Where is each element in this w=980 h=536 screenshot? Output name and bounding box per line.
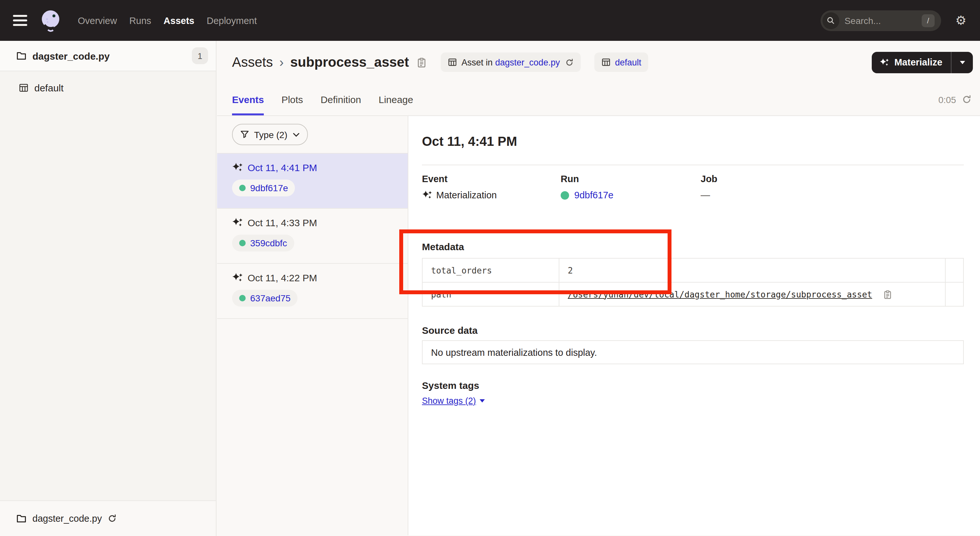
run-id-link[interactable]: 9dbf617e xyxy=(574,190,614,200)
sidebar-item-code-location[interactable]: dagster_code.py 1 xyxy=(0,41,216,71)
code-location-link[interactable]: dagster_code.py xyxy=(495,57,560,67)
settings-gear-icon[interactable]: ⚙ xyxy=(955,14,966,27)
tab-plots[interactable]: Plots xyxy=(281,84,303,115)
materialization-sparkle-icon xyxy=(232,162,243,173)
run-id-pill[interactable]: 9dbf617e xyxy=(232,180,295,196)
source-data-empty-box: No upstream materializations to display. xyxy=(422,340,964,364)
asset-group-icon xyxy=(19,83,29,92)
group-link[interactable]: default xyxy=(615,57,641,67)
event-timestamp: Oct 11, 4:41 PM xyxy=(248,162,317,173)
primary-nav: Overview Runs Assets Deployment xyxy=(78,15,269,25)
nav-deployment[interactable]: Deployment xyxy=(207,15,257,25)
caret-down-icon xyxy=(959,60,965,64)
run-status-dot xyxy=(239,295,246,301)
funnel-icon xyxy=(240,130,249,139)
run-column-label: Run xyxy=(561,174,701,184)
dagster-logo[interactable] xyxy=(39,8,62,33)
search-icon xyxy=(822,12,839,29)
nav-overview[interactable]: Overview xyxy=(78,15,117,25)
event-list-item[interactable]: Oct 11, 4:22 PM 637aed75 xyxy=(217,264,408,319)
divider xyxy=(422,165,964,165)
main-panel: Assets › subprocess_asset Asset in xyxy=(217,41,980,536)
chevron-down-icon xyxy=(293,132,300,137)
asset-group-badge[interactable]: default xyxy=(594,52,649,72)
events-content: Type (2) xyxy=(217,116,980,535)
event-detail-heading: Oct 11, 4:41 PM xyxy=(422,132,964,150)
sidebar-footer-code-location[interactable]: dagster_code.py xyxy=(0,500,216,536)
nav-assets[interactable]: Assets xyxy=(164,15,194,25)
materialize-split-button: Materialize xyxy=(872,51,973,73)
top-nav-bar: Overview Runs Assets Deployment / ⚙ xyxy=(0,0,980,41)
run-id-link[interactable]: 359cdbfc xyxy=(250,238,287,248)
event-list-item[interactable]: Oct 11, 4:33 PM 359cdbfc xyxy=(217,209,408,264)
filter-zone: Type (2) xyxy=(217,116,408,154)
materialize-options-button[interactable] xyxy=(951,51,973,73)
tab-events[interactable]: Events xyxy=(232,84,264,115)
sidebar-file-label: dagster_code.py xyxy=(32,50,110,61)
event-detail-panel: Oct 11, 4:41 PM Event xyxy=(408,116,980,535)
job-column-label: Job xyxy=(701,174,964,184)
show-tags-toggle[interactable]: Show tags (2) xyxy=(422,396,964,406)
source-data-heading: Source data xyxy=(422,325,964,336)
event-list: Type (2) xyxy=(217,116,408,535)
asset-location-badge[interactable]: Asset in dagster_code.py xyxy=(441,52,581,72)
asset-in-prefix: Asset in xyxy=(461,57,493,67)
breadcrumb: Assets › subprocess_asset Asset in xyxy=(217,41,980,84)
materialize-button[interactable]: Materialize xyxy=(872,51,951,73)
tab-lineage[interactable]: Lineage xyxy=(379,84,413,115)
asset-sidebar: dagster_code.py 1 default dagster_code.p… xyxy=(0,41,216,536)
job-value: — xyxy=(701,190,964,200)
metadata-value: /Users/yuhan/dev/local/dagster_home/stor… xyxy=(559,282,945,306)
app-window: Overview Runs Assets Deployment / ⚙ xyxy=(0,0,980,536)
metadata-heading: Metadata xyxy=(422,241,964,253)
reload-location-icon[interactable] xyxy=(108,514,117,523)
asset-tabs: Events Plots Definition Lineage 0:05 xyxy=(217,84,980,116)
metadata-table: total_orders 2 path /Users/yuhan/dev/loc… xyxy=(422,258,964,307)
event-type-value: Materialization xyxy=(436,190,497,200)
sidebar-item-default-group[interactable]: default xyxy=(0,77,216,98)
type-filter-button[interactable]: Type (2) xyxy=(232,124,308,145)
hamburger-menu-icon[interactable] xyxy=(13,15,27,26)
folder-icon xyxy=(16,513,27,524)
asset-count-badge: 1 xyxy=(192,47,208,64)
metadata-key: path xyxy=(422,282,559,306)
path-link[interactable]: /Users/yuhan/dev/local/dagster_home/stor… xyxy=(568,289,872,299)
event-column-label: Event xyxy=(422,174,561,184)
materialize-label: Materialize xyxy=(894,57,942,67)
system-tags-heading: System tags xyxy=(422,380,964,391)
source-data-empty-message: No upstream materializations to display. xyxy=(431,347,597,358)
sidebar-group-label: default xyxy=(34,82,64,93)
run-id-pill[interactable]: 359cdbfc xyxy=(232,235,294,251)
metadata-extra-cell xyxy=(945,258,964,282)
copy-asset-name-icon[interactable] xyxy=(416,57,427,68)
sidebar-footer-label: dagster_code.py xyxy=(32,513,102,524)
event-list-item[interactable]: Oct 11, 4:41 PM 9dbf617e xyxy=(217,154,408,209)
tab-definition[interactable]: Definition xyxy=(320,84,361,115)
global-search[interactable]: / xyxy=(821,10,941,31)
materialization-sparkle-icon xyxy=(232,272,243,283)
metadata-value: 2 xyxy=(559,258,945,282)
type-filter-label: Type (2) xyxy=(254,129,288,140)
caret-down-icon xyxy=(480,399,485,402)
metadata-extra-cell xyxy=(945,282,964,306)
breadcrumb-assets-link[interactable]: Assets xyxy=(232,54,273,70)
run-status-dot xyxy=(239,185,246,191)
event-timestamp: Oct 11, 4:22 PM xyxy=(248,272,317,283)
run-id-link[interactable]: 9dbf617e xyxy=(250,183,288,193)
sparkle-icon xyxy=(880,57,889,67)
top-right-controls: / ⚙ xyxy=(821,10,980,31)
table-row: total_orders 2 xyxy=(422,258,964,282)
page-title: subprocess_asset xyxy=(290,54,409,70)
materialization-sparkle-icon xyxy=(232,217,243,228)
breadcrumb-separator: › xyxy=(279,55,283,70)
reload-icon[interactable] xyxy=(565,58,574,67)
run-id-link[interactable]: 637aed75 xyxy=(250,293,291,303)
search-shortcut-key: / xyxy=(922,14,935,27)
copy-path-icon[interactable] xyxy=(883,289,893,299)
run-status-dot xyxy=(239,240,246,246)
run-id-pill[interactable]: 637aed75 xyxy=(232,290,298,307)
table-row: path /Users/yuhan/dev/local/dagster_home… xyxy=(422,282,964,306)
nav-runs[interactable]: Runs xyxy=(129,15,151,25)
search-input[interactable] xyxy=(845,15,922,25)
refresh-icon[interactable] xyxy=(962,95,972,104)
